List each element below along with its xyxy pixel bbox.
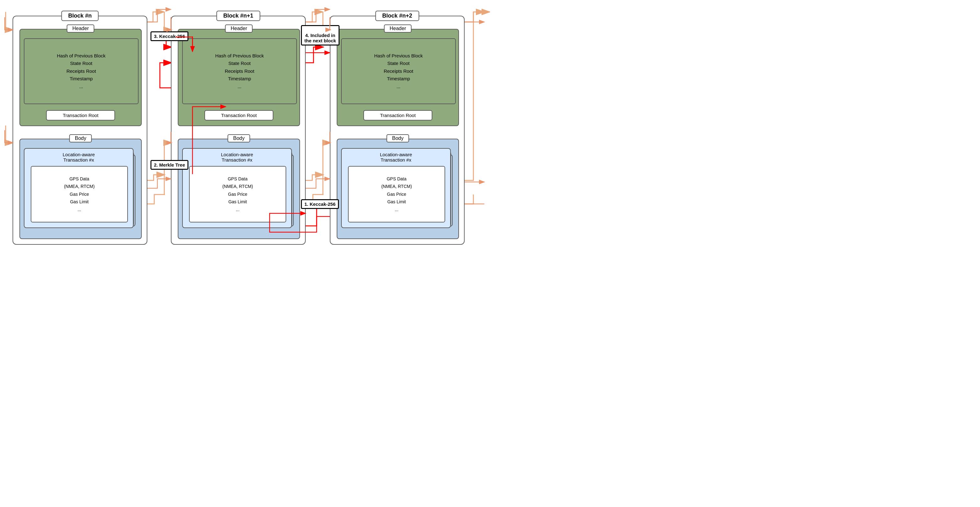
block-n2-body-label: Body xyxy=(387,134,409,142)
block-n1-hash-prev: Hash of Previous Block xyxy=(215,53,264,60)
block-n-outer: Block #n Header Hash of Previous Block S… xyxy=(13,16,147,245)
block-n-tx-stack: Location-awareTransaction #x GPS Data (N… xyxy=(24,148,138,233)
block-n-tx-root: Transaction Root xyxy=(46,110,115,121)
block-n1-tx-stack: Location-awareTransaction #x GPS Data (N… xyxy=(182,148,297,233)
block-n1-gps-box: GPS Data (NMEA, RTCM) Gas Price Gas Limi… xyxy=(189,166,286,222)
block-n1-outer: Block #n+1 Header Hash of Previous Block… xyxy=(171,16,305,245)
label-included4: 4. Included in the next block xyxy=(301,25,339,46)
block-n2-dots: ... xyxy=(396,83,401,90)
block-n1-body-label: Body xyxy=(228,134,250,142)
block-n1-timestamp: Timestamp xyxy=(228,75,251,83)
block-n-tx-card-1: Location-awareTransaction #x GPS Data (N… xyxy=(24,148,134,228)
diagram-container: Block #n Header Hash of Previous Block S… xyxy=(0,0,490,254)
block-n2-tx-card-1: Location-awareTransaction #x GPS Data (N… xyxy=(341,148,451,228)
block-n-state-root: State Root xyxy=(70,60,92,67)
block-n-body-label: Body xyxy=(69,134,92,142)
block-n2-state-root: State Root xyxy=(388,60,410,67)
block-n-body: Body Location-awareTransaction #x GPS Da… xyxy=(19,139,142,239)
block-n1-header-inner: Hash of Previous Block State Root Receip… xyxy=(182,38,297,104)
block-n-timestamp: Timestamp xyxy=(70,75,93,83)
block-n2-timestamp: Timestamp xyxy=(387,75,410,83)
block-n-header: Header Hash of Previous Block State Root… xyxy=(19,29,142,126)
block-n2-body: Body Location-awareTransaction #x GPS Da… xyxy=(337,139,459,239)
block-n-header-inner: Hash of Previous Block State Root Receip… xyxy=(24,38,138,104)
block-n1-dots: ... xyxy=(238,83,242,90)
block-n-title: Block #n xyxy=(61,11,99,21)
block-n1-header: Header Hash of Previous Block State Root… xyxy=(178,29,300,126)
block-n1-tx-card-1: Location-awareTransaction #x GPS Data (N… xyxy=(182,148,292,228)
block-n2-tx-stack: Location-awareTransaction #x GPS Data (N… xyxy=(341,148,456,233)
label-keccak3: 3. Keccak-256 xyxy=(151,31,188,41)
block-n1-title: Block #n+1 xyxy=(216,11,260,21)
block-n1-receipts-root: Receipts Root xyxy=(225,68,254,75)
block-n-header-label: Header xyxy=(67,24,94,33)
block-n-gps-box: GPS Data (NMEA, RTCM) Gas Price Gas Limi… xyxy=(31,166,128,222)
block-n1-header-label: Header xyxy=(225,24,253,33)
block-n2-tx-root: Transaction Root xyxy=(363,110,432,121)
block-n2-receipts-root: Receipts Root xyxy=(384,68,413,75)
label-keccak1: 1. Keccak-256 xyxy=(301,199,339,209)
label-merkle2: 2. Merkle Tree xyxy=(151,160,188,170)
block-n-dots: ... xyxy=(79,83,83,90)
block-n2-header-inner: Hash of Previous Block State Root Receip… xyxy=(341,38,456,104)
block-n2-header-label: Header xyxy=(384,24,412,33)
block-n2-header: Header Hash of Previous Block State Root… xyxy=(337,29,459,126)
block-n1-state-root: State Root xyxy=(229,60,251,67)
block-n1-tx-root: Transaction Root xyxy=(204,110,274,121)
block-n1-body: Body Location-awareTransaction #x GPS Da… xyxy=(178,139,300,239)
block-n2-outer: Block #n+2 Header Hash of Previous Block… xyxy=(330,16,465,245)
block-n-hash-prev: Hash of Previous Block xyxy=(57,53,105,60)
block-n2-title: Block #n+2 xyxy=(375,11,419,21)
block-n-receipts-root: Receipts Root xyxy=(67,68,96,75)
block-n2-hash-prev: Hash of Previous Block xyxy=(374,53,423,60)
block-n2-gps-box: GPS Data (NMEA, RTCM) Gas Price Gas Limi… xyxy=(348,166,445,222)
